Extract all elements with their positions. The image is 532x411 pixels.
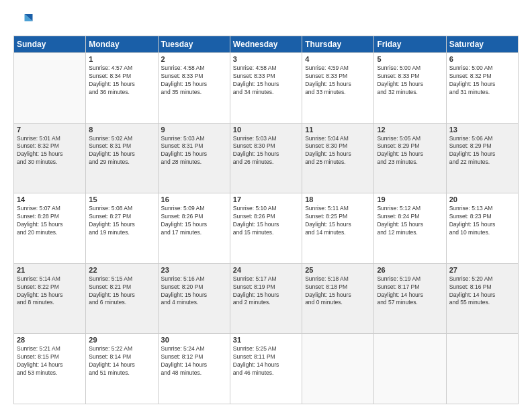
day-info: Sunrise: 5:03 AMSunset: 8:30 PMDaylight:… xyxy=(233,135,299,167)
calendar-day-cell xyxy=(14,53,86,124)
calendar-day-cell xyxy=(374,334,446,404)
day-info: Sunrise: 5:19 AMSunset: 8:17 PMDaylight:… xyxy=(377,275,443,308)
day-number: 1 xyxy=(89,55,154,63)
day-number: 21 xyxy=(17,266,83,274)
calendar-day-cell: 8Sunrise: 5:02 AMSunset: 8:31 PMDaylight… xyxy=(86,123,158,193)
day-number: 23 xyxy=(161,266,227,274)
calendar-day-cell: 16Sunrise: 5:09 AMSunset: 8:26 PMDayligh… xyxy=(158,193,230,264)
day-number: 19 xyxy=(377,195,443,203)
calendar-day-cell: 21Sunrise: 5:14 AMSunset: 8:22 PMDayligh… xyxy=(14,263,86,334)
calendar-day-cell: 3Sunrise: 4:58 AMSunset: 8:33 PMDaylight… xyxy=(230,53,302,124)
day-number: 14 xyxy=(17,195,83,203)
calendar-day-cell: 28Sunrise: 5:21 AMSunset: 8:15 PMDayligh… xyxy=(14,334,86,404)
calendar-day-cell: 24Sunrise: 5:17 AMSunset: 8:19 PMDayligh… xyxy=(230,263,302,334)
day-info: Sunrise: 5:08 AMSunset: 8:27 PMDaylight:… xyxy=(89,205,154,237)
day-number: 31 xyxy=(233,336,299,344)
day-number: 28 xyxy=(17,336,83,344)
day-info: Sunrise: 5:03 AMSunset: 8:31 PMDaylight:… xyxy=(161,135,227,167)
page: SundayMondayTuesdayWednesdayThursdayFrid… xyxy=(0,0,532,411)
day-info: Sunrise: 5:22 AMSunset: 8:14 PMDaylight:… xyxy=(89,345,154,377)
day-number: 18 xyxy=(305,195,371,203)
calendar-day-cell: 22Sunrise: 5:15 AMSunset: 8:21 PMDayligh… xyxy=(86,263,158,334)
calendar-day-header: Saturday xyxy=(446,36,518,53)
day-info: Sunrise: 5:09 AMSunset: 8:26 PMDaylight:… xyxy=(161,205,227,237)
calendar-day-cell: 29Sunrise: 5:22 AMSunset: 8:14 PMDayligh… xyxy=(86,334,158,404)
day-number: 3 xyxy=(233,55,299,63)
day-info: Sunrise: 5:07 AMSunset: 8:28 PMDaylight:… xyxy=(17,205,83,237)
day-number: 29 xyxy=(89,336,154,344)
calendar-day-header: Sunday xyxy=(14,36,86,53)
day-number: 12 xyxy=(377,126,443,134)
day-info: Sunrise: 4:57 AMSunset: 8:34 PMDaylight:… xyxy=(89,64,154,97)
day-number: 30 xyxy=(161,336,227,344)
calendar-day-header: Thursday xyxy=(302,36,374,53)
calendar-day-cell: 14Sunrise: 5:07 AMSunset: 8:28 PMDayligh… xyxy=(14,193,86,264)
day-info: Sunrise: 5:00 AMSunset: 8:33 PMDaylight:… xyxy=(377,64,443,97)
day-number: 17 xyxy=(233,195,299,203)
day-info: Sunrise: 5:04 AMSunset: 8:30 PMDaylight:… xyxy=(305,135,371,167)
day-number: 9 xyxy=(161,126,227,134)
day-number: 15 xyxy=(89,195,154,203)
day-info: Sunrise: 5:16 AMSunset: 8:20 PMDaylight:… xyxy=(161,275,227,308)
day-info: Sunrise: 5:24 AMSunset: 8:12 PMDaylight:… xyxy=(161,345,227,377)
calendar-day-cell: 4Sunrise: 4:59 AMSunset: 8:33 PMDaylight… xyxy=(302,53,374,124)
logo xyxy=(13,10,36,30)
calendar-day-cell xyxy=(446,334,518,404)
day-number: 26 xyxy=(377,266,443,274)
day-number: 8 xyxy=(89,126,154,134)
day-info: Sunrise: 5:00 AMSunset: 8:32 PMDaylight:… xyxy=(449,64,515,97)
day-number: 20 xyxy=(449,195,515,203)
logo-icon xyxy=(13,10,34,30)
day-number: 7 xyxy=(17,126,83,134)
day-number: 6 xyxy=(449,55,515,63)
calendar-day-cell: 17Sunrise: 5:10 AMSunset: 8:26 PMDayligh… xyxy=(230,193,302,264)
day-info: Sunrise: 5:14 AMSunset: 8:22 PMDaylight:… xyxy=(17,275,83,308)
calendar-day-cell: 2Sunrise: 4:58 AMSunset: 8:33 PMDaylight… xyxy=(158,53,230,124)
calendar-day-cell: 19Sunrise: 5:12 AMSunset: 8:24 PMDayligh… xyxy=(374,193,446,264)
day-info: Sunrise: 5:05 AMSunset: 8:29 PMDaylight:… xyxy=(377,135,443,167)
calendar-day-cell: 10Sunrise: 5:03 AMSunset: 8:30 PMDayligh… xyxy=(230,123,302,193)
header xyxy=(13,10,519,30)
day-info: Sunrise: 4:58 AMSunset: 8:33 PMDaylight:… xyxy=(233,64,299,97)
day-info: Sunrise: 5:10 AMSunset: 8:26 PMDaylight:… xyxy=(233,205,299,237)
day-info: Sunrise: 5:12 AMSunset: 8:24 PMDaylight:… xyxy=(377,205,443,237)
calendar-day-cell: 12Sunrise: 5:05 AMSunset: 8:29 PMDayligh… xyxy=(374,123,446,193)
calendar-day-cell: 25Sunrise: 5:18 AMSunset: 8:18 PMDayligh… xyxy=(302,263,374,334)
day-number: 11 xyxy=(305,126,371,134)
day-info: Sunrise: 5:25 AMSunset: 8:11 PMDaylight:… xyxy=(233,345,299,377)
calendar-day-cell: 30Sunrise: 5:24 AMSunset: 8:12 PMDayligh… xyxy=(158,334,230,404)
calendar-day-cell: 6Sunrise: 5:00 AMSunset: 8:32 PMDaylight… xyxy=(446,53,518,124)
calendar-day-cell: 15Sunrise: 5:08 AMSunset: 8:27 PMDayligh… xyxy=(86,193,158,264)
day-info: Sunrise: 5:06 AMSunset: 8:29 PMDaylight:… xyxy=(449,135,515,167)
day-info: Sunrise: 4:58 AMSunset: 8:33 PMDaylight:… xyxy=(161,64,227,97)
calendar-week-row: 7Sunrise: 5:01 AMSunset: 8:32 PMDaylight… xyxy=(14,123,519,193)
day-info: Sunrise: 5:15 AMSunset: 8:21 PMDaylight:… xyxy=(89,275,154,308)
day-info: Sunrise: 5:02 AMSunset: 8:31 PMDaylight:… xyxy=(89,135,154,167)
day-number: 10 xyxy=(233,126,299,134)
calendar-day-cell xyxy=(302,334,374,404)
day-number: 13 xyxy=(449,126,515,134)
day-info: Sunrise: 5:11 AMSunset: 8:25 PMDaylight:… xyxy=(305,205,371,237)
calendar-day-cell: 31Sunrise: 5:25 AMSunset: 8:11 PMDayligh… xyxy=(230,334,302,404)
calendar-week-row: 21Sunrise: 5:14 AMSunset: 8:22 PMDayligh… xyxy=(14,263,519,334)
calendar-week-row: 28Sunrise: 5:21 AMSunset: 8:15 PMDayligh… xyxy=(14,334,519,404)
day-number: 25 xyxy=(305,266,371,274)
day-number: 22 xyxy=(89,266,154,274)
day-info: Sunrise: 5:17 AMSunset: 8:19 PMDaylight:… xyxy=(233,275,299,308)
calendar-day-cell: 20Sunrise: 5:13 AMSunset: 8:23 PMDayligh… xyxy=(446,193,518,264)
day-number: 16 xyxy=(161,195,227,203)
calendar-week-row: 1Sunrise: 4:57 AMSunset: 8:34 PMDaylight… xyxy=(14,53,519,124)
day-info: Sunrise: 5:20 AMSunset: 8:16 PMDaylight:… xyxy=(449,275,515,308)
calendar-day-cell: 11Sunrise: 5:04 AMSunset: 8:30 PMDayligh… xyxy=(302,123,374,193)
calendar-day-header: Tuesday xyxy=(158,36,230,53)
calendar-day-cell: 23Sunrise: 5:16 AMSunset: 8:20 PMDayligh… xyxy=(158,263,230,334)
calendar-day-cell: 27Sunrise: 5:20 AMSunset: 8:16 PMDayligh… xyxy=(446,263,518,334)
day-number: 27 xyxy=(449,266,515,274)
calendar-day-header: Monday xyxy=(86,36,158,53)
day-info: Sunrise: 4:59 AMSunset: 8:33 PMDaylight:… xyxy=(305,64,371,97)
day-info: Sunrise: 5:13 AMSunset: 8:23 PMDaylight:… xyxy=(449,205,515,237)
calendar-table: SundayMondayTuesdayWednesdayThursdayFrid… xyxy=(13,36,519,404)
calendar-day-cell: 1Sunrise: 4:57 AMSunset: 8:34 PMDaylight… xyxy=(86,53,158,124)
day-number: 4 xyxy=(305,55,371,63)
calendar-week-row: 14Sunrise: 5:07 AMSunset: 8:28 PMDayligh… xyxy=(14,193,519,264)
